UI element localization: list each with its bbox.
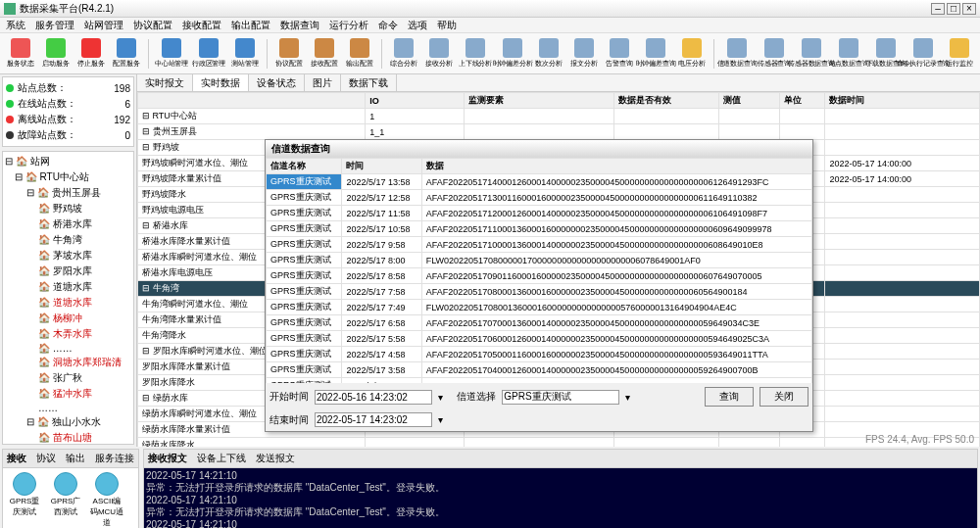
dialog-row[interactable]: GPRS重庆测试2022/5/17 10:58AFAF2022051711000… xyxy=(267,221,812,237)
data-tab[interactable]: 数据下载 xyxy=(341,74,397,91)
tree-node[interactable]: 🏠 野鸡坡 xyxy=(5,201,131,216)
toolbar-button[interactable]: 数次分析 xyxy=(532,38,565,69)
data-tab[interactable]: 图片 xyxy=(305,74,341,91)
proto-tab[interactable]: 输出 xyxy=(66,452,85,465)
toolbar-button[interactable]: 传感器查询 xyxy=(757,38,792,69)
dialog-row[interactable]: GPRS重庆测试2022/5/17 13:58AFAF2022051714000… xyxy=(267,174,812,190)
menu-item[interactable]: 协议配置 xyxy=(133,18,172,32)
tree-node[interactable]: 🏠 猛冲水库 xyxy=(5,386,131,402)
tree-node[interactable]: ⊟ 🏠 站网 xyxy=(5,154,131,169)
dialog-row[interactable]: GPRS重庆测试2022/5/17 8:00FLW020220517080000… xyxy=(267,253,812,268)
toolbar-button[interactable]: 接收配置 xyxy=(308,38,341,69)
grid-header[interactable]: 测值 xyxy=(719,93,780,109)
dialog-row[interactable]: GPRS重庆测试2022/5/17 7:49FLW020220517080013… xyxy=(267,300,812,315)
grid-header[interactable]: 监测要素 xyxy=(464,93,613,109)
toolbar-button[interactable]: 命令执行记录查询 xyxy=(906,38,941,69)
data-tab[interactable]: 实时报文 xyxy=(137,74,193,91)
dialog-row[interactable]: GPRS重庆测试2022/5/17 3:58AFAF20220517040001… xyxy=(267,362,812,378)
toolbar-button[interactable]: 综合分析 xyxy=(387,38,420,69)
dialog-row[interactable]: GPRS重庆测试2022/5/17 7:58AFAF20220517080001… xyxy=(267,284,812,300)
log-tab[interactable]: 设备上下线 xyxy=(197,452,246,465)
menu-item[interactable]: 命令 xyxy=(378,18,398,32)
close-button[interactable]: × xyxy=(962,3,976,15)
tree-node[interactable]: 🏠 桥港水库 xyxy=(5,216,131,232)
query-button[interactable]: 查询 xyxy=(705,387,754,407)
tree-node[interactable]: ⊟ 🏠 贵州玉屏县 xyxy=(5,185,131,201)
tree-node[interactable]: 🏠 木弄水库 xyxy=(5,326,131,342)
toolbar-button[interactable]: 站点数据查询 xyxy=(831,38,866,69)
tree-node[interactable]: 🏠 道塘水库 xyxy=(5,295,131,311)
data-tab[interactable]: 设备状态 xyxy=(249,74,305,91)
toolbar-button[interactable]: 接收分析 xyxy=(422,38,456,69)
dialog-row[interactable]: GPRS重庆测试2022/5/17 12:58AFAF2022051713001… xyxy=(267,190,812,206)
menu-item[interactable]: 系统 xyxy=(6,18,25,32)
proto-item[interactable]: GPRS广西测试 xyxy=(48,472,83,528)
grid-header[interactable]: 数据时间 xyxy=(825,93,980,109)
grid-row[interactable]: 绿荫水库降水 xyxy=(138,438,980,448)
toolbar-button[interactable]: 信道数据查询 xyxy=(719,38,755,69)
tree-node[interactable]: 🏠 茅坡水库 xyxy=(5,248,131,264)
toolbar-button[interactable]: 停止服务 xyxy=(74,38,108,69)
dialog-row[interactable]: GPRS重庆测试2022/5/17 5:58AFAF20220517060001… xyxy=(267,331,812,347)
tree-node[interactable]: 🏠 道塘水库 xyxy=(5,279,131,295)
tree-node[interactable]: 🏠 洞塘水库郑瑞清 xyxy=(5,355,131,370)
menu-item[interactable]: 选项 xyxy=(408,18,427,32)
tree-node[interactable]: ⊟ 🏠 独山小水水 xyxy=(5,414,131,430)
menu-item[interactable]: 数据查询 xyxy=(280,18,319,32)
minimize-button[interactable]: – xyxy=(931,3,945,15)
proto-item[interactable]: ASCII编码MCU通道 xyxy=(89,472,124,528)
toolbar-button[interactable]: 运行监控 xyxy=(943,38,976,69)
toolbar-button[interactable]: 协议配置 xyxy=(272,38,306,69)
grid-row[interactable]: ⊟ 贵州玉屏县1_1 xyxy=(138,124,980,140)
dialog-row[interactable]: GPRS重庆测试2022/5/17 6:58AFAF20220517070001… xyxy=(267,315,812,331)
station-tree[interactable]: ⊟ 🏠 站网⊟ 🏠 RTU中心站⊟ 🏠 贵州玉屏县🏠 野鸡坡🏠 桥港水库🏠 牛角… xyxy=(2,151,134,445)
dialog-row[interactable]: GPRS重庆测试2022/5/17 4:58AFAF20220517050001… xyxy=(267,347,812,362)
dialog-row[interactable]: GPRS重庆测试2022/5/17 11:58AFAF2022051712000… xyxy=(267,206,812,221)
toolbar-button[interactable]: 中心站管理 xyxy=(154,38,189,69)
tree-node[interactable]: ⊟ 🏠 RTU中心站 xyxy=(5,169,131,185)
toolbar-button[interactable]: 输出配置 xyxy=(343,38,376,69)
dialog-row[interactable]: GPRS重庆测试2022/5/17 8:58AFAF20220517090116… xyxy=(267,268,812,284)
toolbar-button[interactable]: 上下线分析 xyxy=(458,38,493,69)
menu-item[interactable]: 服务管理 xyxy=(35,18,74,32)
close-dialog-button[interactable]: 关闭 xyxy=(760,387,808,407)
tree-node[interactable]: 🏠 苗布山塘 xyxy=(5,430,131,445)
menu-item[interactable]: 运行分析 xyxy=(329,18,368,32)
menu-item[interactable]: 站网管理 xyxy=(84,18,123,32)
tree-node[interactable]: 🏠 张广秋 xyxy=(5,370,131,386)
dialog-row[interactable]: GPRS重庆测试2022/5/17 2:58AFAF20220517030001… xyxy=(267,378,812,384)
log-tab[interactable]: 发送报文 xyxy=(256,452,295,465)
proto-tab[interactable]: 协议 xyxy=(36,452,56,465)
start-time-input[interactable] xyxy=(315,390,432,405)
end-time-input[interactable] xyxy=(315,412,432,427)
data-tab[interactable]: 实时数据 xyxy=(193,74,249,91)
menu-item[interactable]: 帮助 xyxy=(437,18,457,32)
toolbar-button[interactable]: 服务状态 xyxy=(4,38,37,69)
menu-item[interactable]: 输出配置 xyxy=(231,18,270,32)
toolbar-button[interactable]: 启动服务 xyxy=(39,38,73,69)
proto-tab[interactable]: 接收 xyxy=(7,452,26,465)
channel-select-input[interactable] xyxy=(502,390,619,405)
log-tab[interactable]: 接收报文 xyxy=(148,452,187,465)
toolbar-button[interactable]: 时钟偏差分析 xyxy=(495,38,530,69)
toolbar-button[interactable]: 告警查询 xyxy=(603,38,636,69)
grid-row[interactable]: ⊟ RTU中心站1 xyxy=(138,109,980,124)
toolbar-button[interactable]: 时钟偏差查询 xyxy=(638,38,673,69)
grid-header[interactable]: IO xyxy=(366,93,465,109)
tree-node[interactable]: …… xyxy=(5,402,131,414)
grid-header[interactable]: 单位 xyxy=(780,93,825,109)
tree-node[interactable]: 🏠 罗阳水库 xyxy=(5,264,131,279)
proto-item[interactable]: GPRS重庆测试 xyxy=(7,472,42,528)
menu-item[interactable]: 接收配置 xyxy=(182,18,221,32)
dialog-table[interactable]: 信道名称时间数据GPRS重庆测试2022/5/17 13:58AFAF20220… xyxy=(266,158,812,383)
grid-header[interactable]: 数据是否有效 xyxy=(614,93,719,109)
tree-node[interactable]: 🏠 牛角湾 xyxy=(5,232,131,248)
toolbar-button[interactable]: 传感器数据查询 xyxy=(794,38,829,69)
proto-tab[interactable]: 服务连接 xyxy=(95,452,134,465)
grid-header[interactable] xyxy=(138,93,366,109)
tree-node[interactable]: 🏠 杨柳冲 xyxy=(5,311,131,326)
log-body[interactable]: 2022-05-17 14:21:10异常：无法打开登录所请求的数据库 "Dat… xyxy=(144,468,977,528)
toolbar-button[interactable]: 电压分析 xyxy=(675,38,709,69)
toolbar-button[interactable]: 报文分析 xyxy=(567,38,601,69)
maximize-button[interactable]: □ xyxy=(947,3,960,15)
